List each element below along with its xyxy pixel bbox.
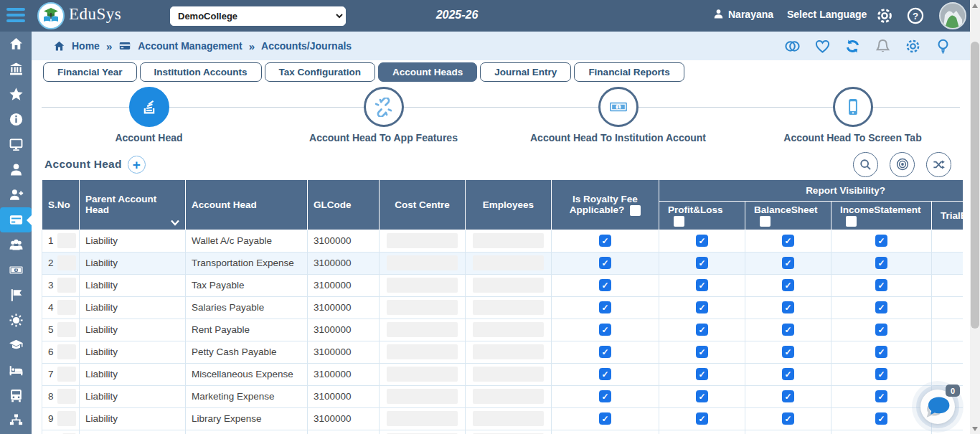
heart-icon[interactable] [814, 38, 831, 55]
balancesheet-checkbox[interactable]: ✓ [782, 390, 794, 402]
tab-account-heads[interactable]: Account Heads [378, 62, 477, 82]
settings-gear-icon[interactable] [876, 7, 893, 24]
tab-tax-configuration[interactable]: Tax Configuration [265, 62, 376, 82]
royalty-checkbox[interactable]: ✓ [599, 346, 611, 358]
toggle-icon[interactable] [784, 38, 801, 55]
profitloss-checkbox[interactable]: ✓ [696, 368, 708, 380]
scroll-up-arrow-icon[interactable] [970, 0, 980, 11]
royalty-checkbox[interactable]: ✓ [599, 412, 611, 425]
scrollbar-thumb[interactable] [971, 42, 979, 329]
cost-centre-box[interactable] [387, 367, 458, 382]
employees-box[interactable] [473, 255, 544, 270]
avatar[interactable] [939, 2, 966, 29]
sidebar-item-money[interactable]: 1 [0, 258, 32, 283]
balancesheet-checkbox[interactable]: ✓ [782, 235, 794, 247]
royalty-checkbox[interactable]: ✓ [599, 368, 611, 380]
sidebar-item-card[interactable] [0, 207, 32, 232]
college-select[interactable]: DemoCollege [170, 6, 346, 26]
sidebar-item-sitemap[interactable] [0, 408, 32, 433]
incomestatement-checkbox[interactable]: ✓ [875, 412, 887, 425]
sidebar-item-info[interactable] [0, 107, 32, 132]
bell-icon[interactable] [875, 38, 891, 55]
profitloss-checkbox[interactable]: ✓ [696, 346, 708, 358]
col-parent-account-head[interactable]: Parent Account Head [80, 180, 186, 230]
employees-box[interactable] [473, 411, 544, 426]
incomestatement-checkbox[interactable]: ✓ [875, 257, 887, 269]
profitloss-checkbox[interactable]: ✓ [696, 412, 708, 425]
profitloss-checkbox[interactable]: ✓ [696, 390, 708, 402]
royalty-checkbox[interactable]: ✓ [599, 390, 611, 402]
cost-centre-box[interactable] [387, 322, 458, 337]
employees-box[interactable] [473, 322, 544, 337]
cost-centre-box[interactable] [387, 233, 458, 248]
stack-icon[interactable] [129, 87, 169, 127]
royalty-checkbox[interactable]: ✓ [599, 235, 611, 247]
incomestatement-checkbox[interactable]: ✓ [875, 324, 887, 336]
sidebar-item-star[interactable] [0, 82, 32, 107]
gear-icon[interactable] [905, 38, 921, 55]
balancesheet-checkbox[interactable]: ✓ [782, 346, 794, 358]
cost-centre-box[interactable] [387, 255, 458, 270]
shuffle-button[interactable] [926, 152, 951, 177]
tab-financial-reports[interactable]: Financial Reports [574, 62, 684, 82]
employees-box[interactable] [473, 367, 544, 382]
tab-institution-accounts[interactable]: Institution Accounts [140, 62, 262, 82]
royalty-checkbox[interactable]: ✓ [599, 257, 611, 269]
sidebar-item-user[interactable] [0, 157, 32, 182]
cost-centre-box[interactable] [387, 278, 458, 293]
balancesheet-checkbox[interactable]: ✓ [782, 279, 794, 291]
sidebar-item-users[interactable] [0, 232, 32, 258]
tab-journal-entry[interactable]: Journal Entry [480, 62, 571, 82]
search-button[interactable] [853, 152, 878, 177]
balancesheet-checkbox[interactable]: ✓ [782, 412, 794, 425]
sidebar-item-home[interactable] [0, 32, 32, 57]
cost-centre-box[interactable] [387, 411, 458, 426]
profitloss-checkbox[interactable]: ✓ [696, 279, 708, 291]
balancesheet-checkbox[interactable]: ✓ [782, 368, 794, 380]
sidebar-item-bed[interactable] [0, 358, 32, 383]
cost-centre-box[interactable] [387, 344, 458, 359]
sidebar-item-monitor[interactable] [0, 132, 32, 157]
incomestatement-checkbox[interactable]: ✓ [875, 301, 887, 313]
profitloss-checkbox[interactable]: ✓ [696, 324, 708, 336]
sidebar-item-graduation-cap[interactable] [0, 333, 32, 358]
incomestatement-header-checkbox[interactable] [846, 216, 857, 227]
royalty-checkbox[interactable]: ✓ [599, 324, 611, 336]
incomestatement-checkbox[interactable]: ✓ [875, 390, 887, 402]
profitloss-header-checkbox[interactable] [674, 216, 684, 227]
target-button[interactable] [890, 152, 915, 177]
refresh-icon[interactable] [844, 38, 861, 55]
royalty-header-checkbox[interactable] [630, 205, 641, 216]
balancesheet-header-checkbox[interactable] [760, 216, 771, 227]
employees-box[interactable] [473, 300, 544, 315]
tab-financial-year[interactable]: Financial Year [43, 62, 137, 82]
language-select[interactable]: Select Language [787, 9, 867, 20]
cost-centre-box[interactable] [387, 300, 458, 315]
breadcrumb-home[interactable]: Home [72, 40, 100, 52]
sidebar-item-user-plus[interactable] [0, 182, 32, 207]
broken-link-icon[interactable] [364, 87, 404, 127]
user-menu[interactable]: Narayana [712, 8, 773, 20]
banknote-icon[interactable]: 1 [598, 87, 639, 127]
profitloss-checkbox[interactable]: ✓ [696, 301, 708, 313]
employees-box[interactable] [473, 278, 544, 293]
employees-box[interactable] [473, 233, 544, 248]
royalty-checkbox[interactable]: ✓ [599, 301, 611, 313]
employees-box[interactable] [473, 344, 544, 359]
add-account-head-button[interactable]: + [128, 156, 146, 174]
employees-box[interactable] [473, 389, 544, 404]
sidebar-item-bank[interactable] [0, 57, 32, 82]
mobile-icon[interactable] [833, 87, 873, 127]
scroll-down-arrow-icon[interactable] [970, 423, 980, 434]
balancesheet-checkbox[interactable]: ✓ [782, 257, 794, 269]
incomestatement-checkbox[interactable]: ✓ [875, 368, 887, 380]
sidebar-item-bus[interactable] [0, 383, 32, 408]
hamburger-menu-icon[interactable] [6, 8, 25, 24]
sidebar-item-flag[interactable] [0, 283, 32, 308]
sidebar-item-sun[interactable] [0, 308, 32, 333]
page-scrollbar[interactable] [970, 0, 980, 434]
incomestatement-checkbox[interactable]: ✓ [875, 279, 887, 291]
royalty-checkbox[interactable]: ✓ [599, 279, 611, 291]
incomestatement-checkbox[interactable]: ✓ [875, 235, 887, 247]
lightbulb-icon[interactable] [935, 38, 951, 55]
